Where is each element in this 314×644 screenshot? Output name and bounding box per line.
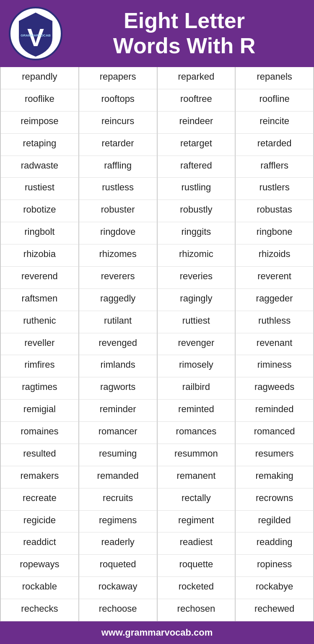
table-row: revenger [158,333,236,356]
svg-text:GRAMMARVOCAB: GRAMMARVOCAB [21,34,51,37]
table-row: resulted [1,444,79,466]
footer-url: www.grammarvocab.com [101,627,213,638]
table-row: roqueted [79,555,158,577]
table-row: retarder [79,134,158,156]
table-row: recrowns [236,488,314,511]
table-row: retarget [158,134,236,156]
table-row: rooflike [1,89,79,112]
table-row: reveries [158,267,236,289]
table-row: ringdove [79,222,158,244]
table-row: rhizobia [1,244,79,267]
table-row: rhizomes [79,244,158,267]
table-row: robustas [236,200,314,222]
table-row: rechosen [158,599,236,621]
table-row: reveller [1,333,79,356]
table-row: rechoose [79,599,158,621]
table-row: ringgits [158,222,236,244]
table-row: repapers [79,67,158,89]
table-row: ringbolt [1,222,79,244]
table-row: raggedly [79,289,158,311]
table-row: romancer [79,422,158,444]
table-row: recruits [79,488,158,511]
table-row: reindeer [158,112,236,134]
table-row: rafflers [236,156,314,178]
table-row: rechecks [1,599,79,621]
table-row: ragtimes [1,377,79,400]
table-row: ropiness [236,555,314,577]
table-row: reverent [236,267,314,289]
table-row: retarded [236,134,314,156]
table-row: rectally [158,488,236,511]
table-row: reincurs [79,112,158,134]
table-row: roquette [158,555,236,577]
table-row: rustling [158,178,236,200]
table-row: revenant [236,333,314,356]
table-row: regicide [1,511,79,533]
table-row: raftsmen [1,289,79,311]
page-header: V GRAMMARVOCAB Eight Letter Words With R [0,0,314,67]
table-row: ragworts [79,377,158,400]
table-row: resumers [236,444,314,466]
table-row: rimfires [1,355,79,377]
table-row: ruthless [236,311,314,333]
table-row: romances [158,422,236,444]
table-row: readdict [1,532,79,555]
table-row: robuster [79,200,158,222]
table-row: readerly [79,532,158,555]
table-row: readiest [158,532,236,555]
table-row: reparked [158,67,236,89]
footer: www.grammarvocab.com [0,621,314,644]
table-row: retaping [1,134,79,156]
table-row: regilded [236,511,314,533]
table-row: remanent [158,466,236,488]
table-row: remanded [79,466,158,488]
table-row: rimlands [79,355,158,377]
table-row: radwaste [1,156,79,178]
table-row: resummon [158,444,236,466]
table-row: rustless [79,178,158,200]
table-row: riminess [236,355,314,377]
table-row: rhizoids [236,244,314,267]
table-row: rustiest [1,178,79,200]
table-row: rhizomic [158,244,236,267]
table-row: resuming [79,444,158,466]
table-row: regiment [158,511,236,533]
table-row: readding [236,532,314,555]
table-row: reincite [236,112,314,134]
table-row: railbird [158,377,236,400]
table-row: rustlers [236,178,314,200]
table-row: rockabye [236,577,314,599]
table-row: raftered [158,156,236,178]
table-row: revenged [79,333,158,356]
table-row: regimens [79,511,158,533]
title-line2: Words With R [113,34,255,58]
table-row: rooftops [79,89,158,112]
table-row: ragingly [158,289,236,311]
word-grid: repandlyrepapersreparkedrepanelsrooflike… [0,67,314,621]
table-row: ragweeds [236,377,314,400]
table-row: reminted [158,400,236,422]
table-row: reminded [236,400,314,422]
table-row: recreate [1,488,79,511]
table-row: rooftree [158,89,236,112]
table-row: reimpose [1,112,79,134]
table-row: ruttiest [158,311,236,333]
table-row: rocketed [158,577,236,599]
table-row: ropeways [1,555,79,577]
table-row: ringbone [236,222,314,244]
table-row: remakers [1,466,79,488]
table-row: remaking [236,466,314,488]
table-row: ruthenic [1,311,79,333]
table-row: roofline [236,89,314,112]
table-row: rimosely [158,355,236,377]
table-row: robustly [158,200,236,222]
table-row: reverers [79,267,158,289]
table-row: rockaway [79,577,158,599]
page-title: Eight Letter Words With R [63,8,306,59]
table-row: repanels [236,67,314,89]
table-row: romaines [1,422,79,444]
table-row: rechewed [236,599,314,621]
table-row: raffling [79,156,158,178]
table-row: reverend [1,267,79,289]
table-row: repandly [1,67,79,89]
